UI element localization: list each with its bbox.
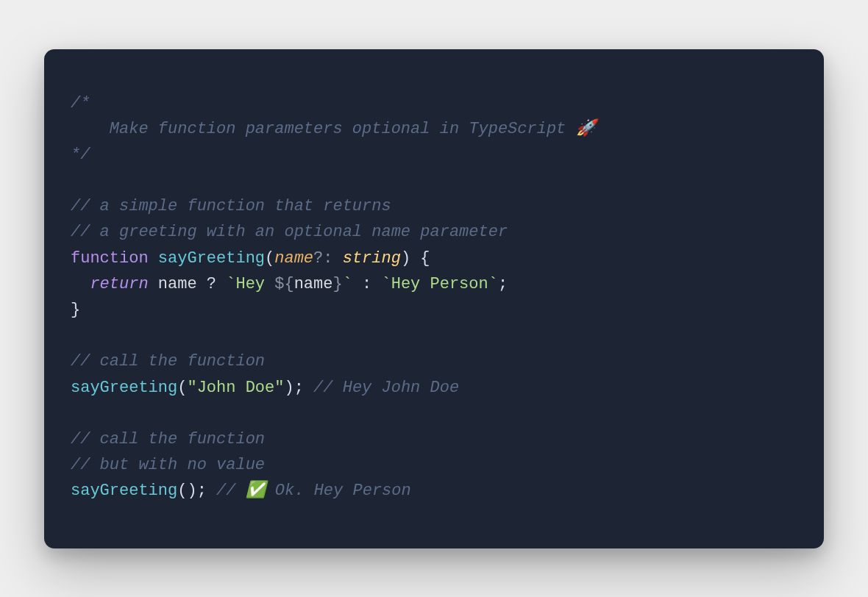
comment-line-4: // call the function: [71, 430, 265, 448]
interpolation-open: ${: [274, 275, 294, 293]
comment-block-line: Make function parameters optional in Typ…: [71, 120, 596, 138]
paren-close: ): [401, 249, 410, 268]
brace-close: }: [71, 301, 80, 319]
paren-open: (: [265, 249, 274, 268]
question-mark: ?: [313, 249, 323, 268]
function-name: sayGreeting: [158, 249, 265, 268]
ternary-question: ?: [207, 275, 216, 293]
template-literal-1-close: `: [343, 275, 352, 293]
code-block: /* Make function parameters optional in …: [71, 90, 797, 504]
type-annotation: string: [343, 249, 401, 268]
call-2-paren-open: (: [177, 482, 187, 500]
semicolon-2: ;: [294, 379, 304, 397]
interpolation-close: }: [332, 275, 342, 293]
page-canvas: /* Make function parameters optional in …: [0, 0, 868, 597]
comment-block-open: /*: [71, 94, 90, 112]
call-2-trailing-comment: // ✅ Ok. Hey Person: [216, 482, 411, 500]
comment-line-5: // but with no value: [71, 456, 265, 474]
call-2-name: sayGreeting: [71, 482, 177, 500]
call-1-arg: "John Doe": [187, 379, 284, 397]
template-literal-2: `Hey Person`: [382, 275, 498, 293]
keyword-return: return: [90, 275, 148, 293]
semicolon-3: ;: [197, 482, 207, 500]
comment-line-2: // a greeting with an optional name para…: [71, 223, 508, 241]
keyword-function: function: [71, 249, 149, 268]
interpolation-identifier: name: [294, 275, 333, 293]
call-1-paren-close: ): [284, 379, 294, 397]
call-1-paren-open: (: [177, 379, 187, 397]
identifier-name: name: [158, 275, 197, 293]
template-literal-1-open: `Hey: [226, 275, 274, 293]
comment-line-1: // a simple function that returns: [71, 197, 391, 215]
call-1-trailing-comment: // Hey John Doe: [313, 379, 459, 397]
semicolon-1: ;: [498, 275, 508, 293]
comment-line-3: // call the function: [71, 352, 265, 371]
call-1-name: sayGreeting: [71, 379, 177, 397]
type-colon: :: [323, 249, 332, 268]
comment-block-close: */: [71, 146, 90, 164]
param-name: name: [274, 249, 313, 268]
brace-open: {: [420, 249, 430, 268]
call-2-paren-close: ): [187, 482, 196, 500]
ternary-colon: :: [362, 275, 371, 293]
code-card: /* Make function parameters optional in …: [44, 49, 824, 548]
